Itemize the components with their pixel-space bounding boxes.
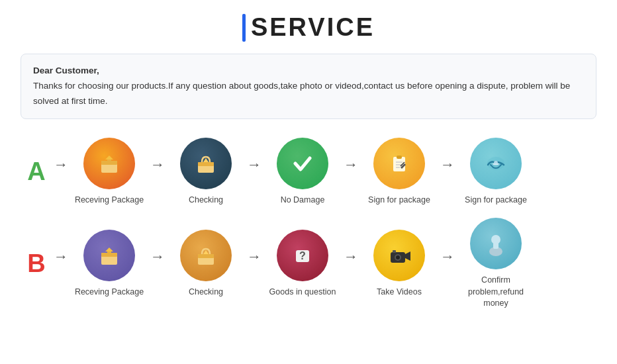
flow-step-a1: Receving Package	[70, 138, 149, 206]
icon-package-orange	[83, 138, 135, 189]
arrow-b2: →	[247, 248, 261, 280]
icon-checking-b	[180, 230, 232, 281]
flow-step-b2: Checking	[166, 230, 246, 298]
svg-marker-26	[405, 251, 410, 261]
page-title-container: SERVICE	[242, 13, 375, 42]
title-accent-bar	[242, 14, 246, 42]
arrow-a1: →	[150, 156, 165, 188]
icon-checkmark-green	[277, 138, 328, 189]
icon-handshake-blue	[470, 138, 522, 189]
icon-package-purple	[83, 230, 135, 281]
step-label-b2: Checking	[189, 287, 223, 298]
step-label-a3: No Damage	[281, 195, 325, 206]
icon-question-darkred: ?	[277, 230, 328, 281]
arrow-b4: →	[440, 248, 455, 280]
arrow-a4: →	[440, 156, 455, 188]
svg-point-28	[396, 255, 400, 259]
arrow-a0: →	[54, 156, 68, 188]
flow-step-b1: Receving Package	[70, 230, 149, 298]
svg-rect-8	[397, 156, 402, 159]
flow-step-a4: Sign for package	[359, 138, 439, 206]
svg-rect-29	[393, 250, 396, 253]
icon-sign-yellow	[373, 138, 425, 189]
arrow-b0: →	[54, 248, 68, 280]
svg-rect-21	[198, 254, 214, 258]
notice-body: Thanks for choosing our products.If any …	[33, 79, 584, 109]
page-title: SERVICE	[251, 13, 375, 42]
flow-letter-a: A	[21, 158, 52, 186]
step-label-b1: Receving Package	[75, 287, 144, 298]
step-label-a4: Sign for package	[368, 195, 430, 206]
arrow-a3: →	[344, 156, 358, 188]
svg-marker-19	[105, 248, 113, 251]
icon-person-skyblue	[470, 218, 522, 269]
svg-marker-22	[203, 250, 209, 254]
svg-marker-6	[203, 158, 209, 162]
svg-text:?: ?	[299, 250, 306, 261]
svg-rect-32	[493, 242, 498, 249]
svg-marker-3	[105, 156, 113, 159]
step-label-a1: Receving Package	[75, 195, 144, 206]
flow-step-a3: No Damage	[263, 138, 342, 206]
flow-row-b: B → Receving Package →	[21, 218, 596, 310]
flow-row-a: A → Receving Package →	[21, 138, 596, 206]
arrow-b3: →	[344, 248, 358, 280]
flow-step-b4: Take Videos	[359, 230, 439, 298]
notice-greeting: Dear Customer,	[33, 64, 584, 79]
step-label-b3: Goods in question	[269, 287, 336, 298]
svg-rect-5	[198, 162, 214, 166]
arrow-b1: →	[150, 248, 165, 280]
flow-step-b5: Confirm problem,refundmoney	[456, 218, 536, 310]
flow-section: A → Receving Package →	[21, 138, 596, 310]
icon-camera-yellow	[373, 230, 425, 281]
step-label-b4: Take Videos	[377, 287, 422, 298]
flow-step-a5: Sign for package	[456, 138, 536, 206]
step-label-b5: Confirm problem,refundmoney	[456, 275, 536, 310]
arrow-a2: →	[247, 156, 261, 188]
notice-box: Dear Customer, Thanks for choosing our p…	[21, 54, 596, 119]
flow-step-b3: ? Goods in question	[263, 230, 342, 298]
step-label-a2: Checking	[189, 195, 223, 206]
svg-rect-7	[393, 157, 405, 171]
flow-letter-b: B	[21, 250, 52, 278]
flow-step-a2: Checking	[166, 138, 246, 206]
step-label-a5: Sign for package	[465, 195, 527, 206]
icon-checking-a	[180, 138, 232, 189]
